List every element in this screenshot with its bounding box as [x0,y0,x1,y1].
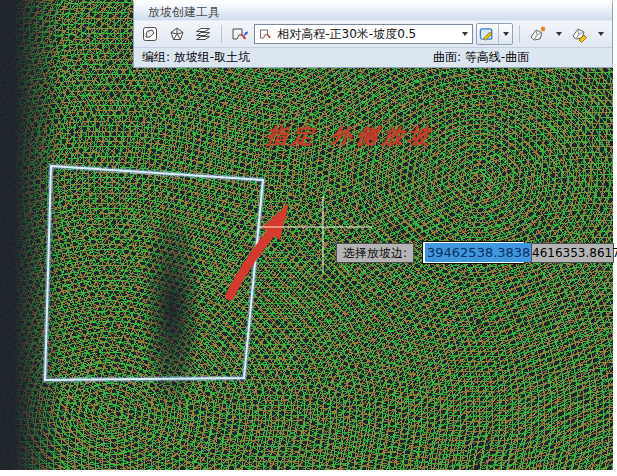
chevron-down-icon [556,32,562,36]
edit-grading-icon [570,26,589,43]
grading-volume-button[interactable] [165,23,188,45]
edit-criteria-dropdown-button[interactable] [499,23,512,45]
pick-grading-group-button[interactable] [228,23,251,45]
palette-toolbar: 相对高程-正30米-坡度0.5 [134,21,612,47]
dynamic-prompt-label: 选择放坡边: [336,243,414,263]
chevron-down-icon [503,32,509,36]
grading-criteria-value: 相对高程-正30米-坡度0.5 [277,26,454,43]
create-grading-dropdown-button[interactable] [553,23,566,45]
edit-grading-button[interactable] [568,23,591,45]
create-grading-icon [528,26,547,43]
toolbar-separator [519,25,520,43]
grading-tools-palette: 放坡创建工具 [133,0,613,68]
application-window: 指定 外侧放坡 选择放坡边: 39462538.3838 4616353.861… [0,0,617,476]
layers-icon [194,26,212,42]
coordinate-x-selected-text: 39462538.3838 [425,243,532,262]
surface-status: 曲面: 等高线-曲面 [433,48,529,67]
grading-group-status: 编组: 放坡组-取土坑 [142,48,250,67]
grading-group-properties-button[interactable] [139,23,162,45]
drawing-entities-layer [0,0,613,470]
coordinate-y-value: 4616353.8617 [531,243,614,263]
coordinate-x-input[interactable]: 39462538.3838 [422,241,525,264]
edit-style-icon [479,26,496,42]
chevron-down-icon [462,32,468,36]
combobox-dropdown-button[interactable] [457,25,472,43]
grading-boundary-glow [45,166,263,380]
edit-grading-dropdown-button[interactable] [594,23,607,45]
palette-title[interactable]: 放坡创建工具 [134,3,612,21]
create-grading-button[interactable] [526,23,549,45]
surface-layers-button[interactable] [192,23,215,45]
grading-criteria-combobox[interactable]: 相对高程-正30米-坡度0.5 [254,24,473,44]
toolbar-separator [221,25,222,43]
cad-annotation-text[interactable]: 指定 外侧放坡 [265,122,436,150]
chevron-down-icon [598,32,604,36]
edit-criteria-button[interactable] [477,24,499,44]
palette-statusbar: 编组: 放坡组-取土坑 曲面: 等高线-曲面 [134,47,612,67]
grading-boundary-polyline[interactable] [45,166,263,380]
grading-criteria-icon [258,27,274,41]
edit-criteria-splitbutton [476,23,513,45]
pick-group-icon [230,26,250,42]
grading-style-icon [142,26,160,42]
grading-pentagon-icon [168,26,186,42]
